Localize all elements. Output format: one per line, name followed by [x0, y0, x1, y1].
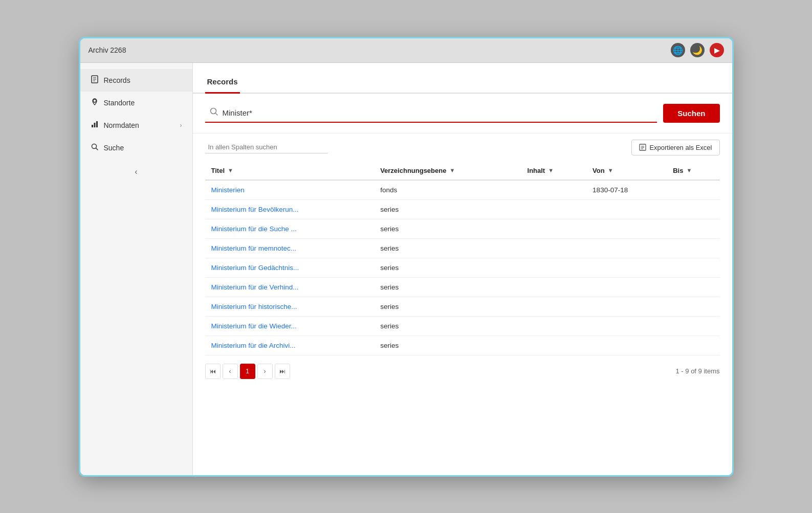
pagination-controls: ⏮ ‹ 1 › ⏭	[205, 364, 290, 379]
cell-von-4	[586, 258, 667, 277]
records-tab[interactable]: Records	[205, 73, 240, 94]
cell-titel-0[interactable]: Ministerien	[205, 180, 375, 200]
filter-icon-inhalt[interactable]: ▼	[548, 167, 554, 173]
normdaten-icon	[91, 120, 99, 130]
row-titel-link-0[interactable]: Ministerien	[211, 186, 245, 194]
sidebar-item-standorte[interactable]: Standorte	[80, 92, 192, 114]
svg-rect-7	[96, 121, 98, 127]
row-titel-link-7[interactable]: Ministerium für die Wieder...	[211, 322, 297, 330]
cell-verzeichnungsebene-5: series	[374, 277, 521, 297]
normdaten-expand-arrow: ›	[180, 122, 182, 129]
cell-von-0: 1830-07-18	[586, 180, 667, 200]
sidebar-item-records-label: Records	[104, 76, 130, 84]
row-titel-link-5[interactable]: Ministerium für die Verhind...	[211, 283, 299, 291]
cell-titel-8[interactable]: Ministerium für die Archivi...	[205, 336, 375, 355]
table-toolbar: Exportieren als Excel	[205, 133, 720, 162]
cell-titel-7[interactable]: Ministerium für die Wieder...	[205, 316, 375, 336]
col-titel: Titel ▼	[205, 162, 375, 180]
cell-inhalt-7	[521, 316, 587, 336]
cell-inhalt-8	[521, 336, 587, 355]
cell-inhalt-1	[521, 199, 587, 219]
page-prev-button[interactable]: ‹	[223, 364, 238, 379]
table-row: Ministerium für die Archivi...series	[205, 336, 720, 355]
cell-verzeichnungsebene-6: series	[374, 297, 521, 316]
cell-bis-8	[667, 336, 719, 355]
row-titel-link-6[interactable]: Ministerium für historische...	[211, 303, 297, 310]
cell-inhalt-2	[521, 219, 587, 238]
filter-icon-bis[interactable]: ▼	[686, 167, 692, 173]
cell-inhalt-5	[521, 277, 587, 297]
export-button[interactable]: Exportieren als Excel	[631, 140, 719, 155]
row-titel-link-8[interactable]: Ministerium für die Archivi...	[211, 342, 296, 349]
cell-titel-1[interactable]: Ministerium für Bevölkerun...	[205, 199, 375, 219]
table-row: Ministerium für Bevölkerun...series	[205, 199, 720, 219]
column-search-input[interactable]	[205, 141, 328, 153]
table-row: Ministerium für die Suche ...series	[205, 219, 720, 238]
search-bar-area: Suchen	[193, 94, 732, 133]
table-header-row: Titel ▼ Verzeichnungsebene ▼	[205, 162, 720, 180]
page-first-button[interactable]: ⏮	[205, 364, 221, 379]
records-icon	[91, 75, 99, 85]
cell-inhalt-3	[521, 238, 587, 258]
pagination: ⏮ ‹ 1 › ⏭ 1 - 9 of 9 items	[205, 355, 720, 387]
col-von: Von ▼	[586, 162, 667, 180]
cell-bis-6	[667, 297, 719, 316]
table-row: Ministerium für die Wieder...series	[205, 316, 720, 336]
cell-verzeichnungsebene-3: series	[374, 238, 521, 258]
cell-bis-0	[667, 180, 719, 200]
standorte-icon	[91, 98, 99, 108]
table-row: Ministerium für die Verhind...series	[205, 277, 720, 297]
cell-verzeichnungsebene-1: series	[374, 199, 521, 219]
table-row: Ministerium für Gedächtnis...series	[205, 258, 720, 277]
exit-icon[interactable]: ▶	[710, 43, 724, 57]
page-1-button[interactable]: 1	[240, 364, 255, 379]
cell-bis-4	[667, 258, 719, 277]
cell-verzeichnungsebene-0: fonds	[374, 180, 521, 200]
moon-icon[interactable]: 🌙	[690, 43, 705, 57]
sidebar-item-records[interactable]: Records	[80, 69, 192, 92]
cell-verzeichnungsebene-4: series	[374, 258, 521, 277]
row-titel-link-3[interactable]: Ministerium für memnotec...	[211, 244, 297, 252]
filter-icon-verzeichnungsebene[interactable]: ▼	[449, 167, 455, 173]
cell-inhalt-6	[521, 297, 587, 316]
cell-titel-3[interactable]: Ministerium für memnotec...	[205, 238, 375, 258]
sidebar-item-normdaten-label: Normdaten	[104, 121, 139, 129]
row-titel-link-1[interactable]: Ministerium für Bevölkerun...	[211, 206, 299, 213]
cell-von-1	[586, 199, 667, 219]
sidebar-item-normdaten[interactable]: Normdaten ›	[80, 114, 192, 137]
globe-icon[interactable]: 🌐	[671, 43, 685, 57]
sidebar: Records Standorte	[80, 63, 193, 475]
sidebar-item-suche[interactable]: Suche	[80, 137, 192, 159]
cell-inhalt-4	[521, 258, 587, 277]
search-button[interactable]: Suchen	[663, 104, 719, 123]
page-last-button[interactable]: ⏭	[275, 364, 290, 379]
table-row: Ministerium für memnotec...series	[205, 238, 720, 258]
svg-line-11	[215, 113, 217, 115]
cell-titel-6[interactable]: Ministerium für historische...	[205, 297, 375, 316]
page-header: Records	[193, 63, 732, 94]
col-bis: Bis ▼	[667, 162, 719, 180]
search-input-wrapper	[205, 104, 657, 123]
title-bar-icons: 🌐 🌙 ▶	[671, 43, 724, 57]
filter-icon-von[interactable]: ▼	[608, 167, 613, 173]
cell-bis-3	[667, 238, 719, 258]
cell-verzeichnungsebene-8: series	[374, 336, 521, 355]
cell-titel-5[interactable]: Ministerium für die Verhind...	[205, 277, 375, 297]
search-icon	[209, 107, 218, 119]
svg-rect-5	[92, 125, 93, 127]
cell-verzeichnungsebene-2: series	[374, 219, 521, 238]
cell-titel-4[interactable]: Ministerium für Gedächtnis...	[205, 258, 375, 277]
page-next-button[interactable]: ›	[257, 364, 273, 379]
cell-bis-2	[667, 219, 719, 238]
search-input[interactable]	[223, 108, 653, 117]
cell-bis-1	[667, 199, 719, 219]
svg-rect-6	[94, 123, 95, 127]
main-content: Records Suchen	[193, 63, 732, 475]
row-titel-link-4[interactable]: Ministerium für Gedächtnis...	[211, 264, 299, 272]
cell-titel-2[interactable]: Ministerium für die Suche ...	[205, 219, 375, 238]
sidebar-collapse-button[interactable]: ‹	[80, 159, 192, 185]
filter-icon-titel[interactable]: ▼	[228, 167, 233, 173]
cell-von-2	[586, 219, 667, 238]
svg-line-9	[96, 148, 98, 150]
row-titel-link-2[interactable]: Ministerium für die Suche ...	[211, 225, 297, 233]
